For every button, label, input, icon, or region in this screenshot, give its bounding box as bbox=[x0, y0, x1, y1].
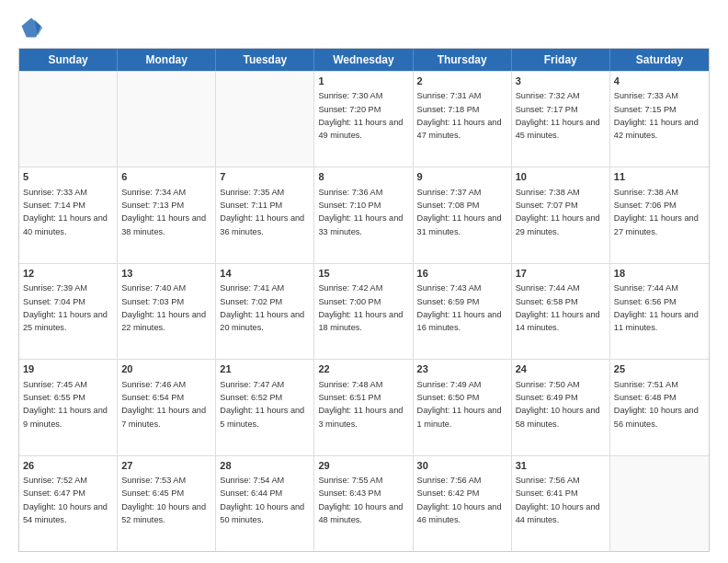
calendar-cell: 31Sunrise: 7:56 AM Sunset: 6:41 PM Dayli… bbox=[512, 456, 610, 551]
day-number: 3 bbox=[516, 75, 606, 88]
logo-icon bbox=[18, 15, 44, 40]
cell-sun-info: Sunrise: 7:33 AM Sunset: 7:15 PM Dayligh… bbox=[614, 91, 699, 140]
cell-sun-info: Sunrise: 7:54 AM Sunset: 6:44 PM Dayligh… bbox=[220, 476, 304, 524]
cell-sun-info: Sunrise: 7:34 AM Sunset: 7:13 PM Dayligh… bbox=[121, 188, 206, 236]
cell-sun-info: Sunrise: 7:33 AM Sunset: 7:14 PM Dayligh… bbox=[23, 188, 108, 236]
day-number: 13 bbox=[121, 267, 211, 281]
cell-sun-info: Sunrise: 7:44 AM Sunset: 6:56 PM Dayligh… bbox=[614, 283, 699, 332]
calendar-cell: 17Sunrise: 7:44 AM Sunset: 6:58 PM Dayli… bbox=[512, 264, 610, 359]
cell-sun-info: Sunrise: 7:42 AM Sunset: 7:00 PM Dayligh… bbox=[318, 283, 403, 332]
cell-sun-info: Sunrise: 7:38 AM Sunset: 7:07 PM Dayligh… bbox=[516, 188, 600, 236]
day-number: 26 bbox=[23, 459, 113, 473]
calendar-cell: 23Sunrise: 7:49 AM Sunset: 6:50 PM Dayli… bbox=[414, 360, 512, 454]
calendar-cell: 12Sunrise: 7:39 AM Sunset: 7:04 PM Dayli… bbox=[19, 264, 118, 359]
day-number: 12 bbox=[23, 267, 113, 281]
calendar-row: 12Sunrise: 7:39 AM Sunset: 7:04 PM Dayli… bbox=[19, 263, 709, 359]
cell-sun-info: Sunrise: 7:51 AM Sunset: 6:48 PM Dayligh… bbox=[614, 380, 699, 429]
weekday-header: Thursday bbox=[414, 49, 512, 71]
cell-sun-info: Sunrise: 7:50 AM Sunset: 6:49 PM Dayligh… bbox=[516, 380, 600, 429]
calendar-cell: 30Sunrise: 7:56 AM Sunset: 6:42 PM Dayli… bbox=[414, 456, 512, 551]
cell-sun-info: Sunrise: 7:30 AM Sunset: 7:20 PM Dayligh… bbox=[318, 91, 403, 140]
cell-sun-info: Sunrise: 7:40 AM Sunset: 7:03 PM Dayligh… bbox=[121, 283, 206, 332]
cell-sun-info: Sunrise: 7:53 AM Sunset: 6:45 PM Dayligh… bbox=[121, 476, 206, 524]
calendar-cell: 20Sunrise: 7:46 AM Sunset: 6:54 PM Dayli… bbox=[118, 360, 216, 454]
day-number: 5 bbox=[23, 170, 113, 184]
calendar-cell: 11Sunrise: 7:38 AM Sunset: 7:06 PM Dayli… bbox=[610, 167, 709, 262]
calendar-cell: 18Sunrise: 7:44 AM Sunset: 6:56 PM Dayli… bbox=[610, 264, 709, 359]
calendar-cell bbox=[216, 72, 314, 167]
calendar-cell: 29Sunrise: 7:55 AM Sunset: 6:43 PM Dayli… bbox=[314, 456, 413, 551]
day-number: 28 bbox=[220, 459, 310, 473]
day-number: 14 bbox=[220, 267, 310, 281]
day-number: 19 bbox=[23, 362, 113, 376]
cell-sun-info: Sunrise: 7:52 AM Sunset: 6:47 PM Dayligh… bbox=[23, 476, 108, 524]
cell-sun-info: Sunrise: 7:38 AM Sunset: 7:06 PM Dayligh… bbox=[614, 188, 699, 236]
calendar-cell: 2Sunrise: 7:31 AM Sunset: 7:18 PM Daylig… bbox=[414, 72, 512, 167]
weekday-header: Monday bbox=[118, 49, 216, 71]
calendar-row: 5Sunrise: 7:33 AM Sunset: 7:14 PM Daylig… bbox=[19, 167, 709, 262]
day-number: 25 bbox=[614, 362, 705, 376]
calendar-cell: 25Sunrise: 7:51 AM Sunset: 6:48 PM Dayli… bbox=[610, 360, 709, 454]
day-number: 20 bbox=[121, 362, 211, 376]
weekday-header: Tuesday bbox=[216, 49, 314, 71]
cell-sun-info: Sunrise: 7:56 AM Sunset: 6:42 PM Dayligh… bbox=[417, 476, 502, 524]
cell-sun-info: Sunrise: 7:45 AM Sunset: 6:55 PM Dayligh… bbox=[23, 380, 108, 429]
cell-sun-info: Sunrise: 7:47 AM Sunset: 6:52 PM Dayligh… bbox=[220, 380, 304, 429]
cell-sun-info: Sunrise: 7:32 AM Sunset: 7:17 PM Dayligh… bbox=[516, 91, 600, 140]
day-number: 2 bbox=[417, 75, 507, 88]
day-number: 17 bbox=[516, 267, 606, 281]
day-number: 10 bbox=[516, 170, 606, 184]
weekday-header: Friday bbox=[512, 49, 610, 71]
cell-sun-info: Sunrise: 7:43 AM Sunset: 6:59 PM Dayligh… bbox=[417, 283, 502, 332]
weekday-header: Saturday bbox=[610, 49, 709, 71]
cell-sun-info: Sunrise: 7:35 AM Sunset: 7:11 PM Dayligh… bbox=[220, 188, 304, 236]
calendar-cell: 26Sunrise: 7:52 AM Sunset: 6:47 PM Dayli… bbox=[19, 456, 118, 551]
cell-sun-info: Sunrise: 7:49 AM Sunset: 6:50 PM Dayligh… bbox=[417, 380, 502, 429]
calendar-cell: 5Sunrise: 7:33 AM Sunset: 7:14 PM Daylig… bbox=[19, 167, 118, 262]
cell-sun-info: Sunrise: 7:44 AM Sunset: 6:58 PM Dayligh… bbox=[516, 283, 600, 332]
day-number: 22 bbox=[318, 362, 408, 376]
cell-sun-info: Sunrise: 7:56 AM Sunset: 6:41 PM Dayligh… bbox=[516, 476, 600, 524]
calendar-cell: 24Sunrise: 7:50 AM Sunset: 6:49 PM Dayli… bbox=[512, 360, 610, 454]
calendar-cell: 10Sunrise: 7:38 AM Sunset: 7:07 PM Dayli… bbox=[512, 167, 610, 262]
day-number: 16 bbox=[417, 267, 507, 281]
day-number: 31 bbox=[516, 459, 606, 473]
header bbox=[18, 15, 710, 40]
calendar-cell: 4Sunrise: 7:33 AM Sunset: 7:15 PM Daylig… bbox=[610, 72, 709, 167]
calendar-cell: 14Sunrise: 7:41 AM Sunset: 7:02 PM Dayli… bbox=[216, 264, 314, 359]
day-number: 1 bbox=[318, 75, 408, 88]
calendar-header-row: SundayMondayTuesdayWednesdayThursdayFrid… bbox=[19, 49, 709, 71]
day-number: 8 bbox=[318, 170, 408, 184]
calendar-body: 1Sunrise: 7:30 AM Sunset: 7:20 PM Daylig… bbox=[19, 71, 709, 551]
day-number: 9 bbox=[417, 170, 507, 184]
day-number: 11 bbox=[614, 170, 705, 184]
calendar-cell: 7Sunrise: 7:35 AM Sunset: 7:11 PM Daylig… bbox=[216, 167, 314, 262]
calendar-row: 26Sunrise: 7:52 AM Sunset: 6:47 PM Dayli… bbox=[19, 455, 709, 551]
calendar-cell: 27Sunrise: 7:53 AM Sunset: 6:45 PM Dayli… bbox=[118, 456, 216, 551]
cell-sun-info: Sunrise: 7:46 AM Sunset: 6:54 PM Dayligh… bbox=[121, 380, 206, 429]
weekday-header: Sunday bbox=[19, 49, 118, 71]
cell-sun-info: Sunrise: 7:37 AM Sunset: 7:08 PM Dayligh… bbox=[417, 188, 502, 236]
day-number: 30 bbox=[417, 459, 507, 473]
calendar-row: 19Sunrise: 7:45 AM Sunset: 6:55 PM Dayli… bbox=[19, 359, 709, 454]
calendar-cell bbox=[19, 72, 118, 167]
day-number: 18 bbox=[614, 267, 705, 281]
calendar-cell: 21Sunrise: 7:47 AM Sunset: 6:52 PM Dayli… bbox=[216, 360, 314, 454]
day-number: 7 bbox=[220, 170, 310, 184]
logo bbox=[18, 15, 48, 40]
cell-sun-info: Sunrise: 7:36 AM Sunset: 7:10 PM Dayligh… bbox=[318, 188, 403, 236]
day-number: 15 bbox=[318, 267, 408, 281]
calendar-cell: 19Sunrise: 7:45 AM Sunset: 6:55 PM Dayli… bbox=[19, 360, 118, 454]
page: SundayMondayTuesdayWednesdayThursdayFrid… bbox=[0, 0, 728, 563]
calendar-cell: 15Sunrise: 7:42 AM Sunset: 7:00 PM Dayli… bbox=[314, 264, 413, 359]
cell-sun-info: Sunrise: 7:31 AM Sunset: 7:18 PM Dayligh… bbox=[417, 91, 502, 140]
day-number: 21 bbox=[220, 362, 310, 376]
calendar-cell: 1Sunrise: 7:30 AM Sunset: 7:20 PM Daylig… bbox=[314, 72, 413, 167]
cell-sun-info: Sunrise: 7:48 AM Sunset: 6:51 PM Dayligh… bbox=[318, 380, 403, 429]
calendar-cell bbox=[118, 72, 216, 167]
day-number: 6 bbox=[121, 170, 211, 184]
day-number: 27 bbox=[121, 459, 211, 473]
weekday-header: Wednesday bbox=[314, 49, 413, 71]
cell-sun-info: Sunrise: 7:41 AM Sunset: 7:02 PM Dayligh… bbox=[220, 283, 304, 332]
day-number: 29 bbox=[318, 459, 408, 473]
